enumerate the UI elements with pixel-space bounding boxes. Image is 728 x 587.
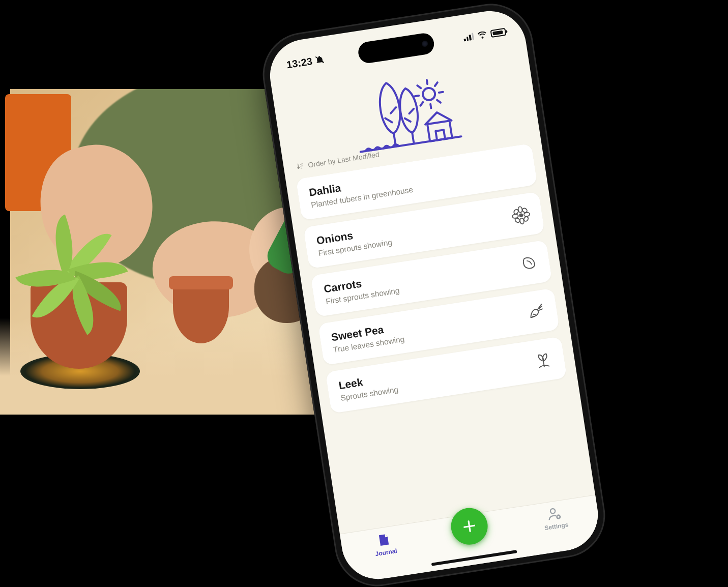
wifi-icon	[477, 31, 488, 40]
plus-icon	[460, 518, 478, 535]
journal-list[interactable]: DahliaPlanted tubers in greenhouseOnions…	[296, 143, 585, 533]
sprout-icon	[532, 349, 554, 371]
carrot-icon	[525, 301, 547, 322]
settings-tab-icon	[546, 506, 563, 522]
battery-icon	[490, 27, 506, 37]
svg-point-1	[519, 213, 523, 218]
journal-tab-icon	[376, 532, 392, 548]
tab-journal[interactable]: Journal	[353, 528, 417, 561]
svg-point-0	[422, 87, 435, 101]
flower-icon	[510, 204, 532, 226]
seed-icon	[517, 253, 539, 275]
status-time: 13:23	[285, 55, 313, 71]
tab-settings[interactable]: Settings	[523, 502, 588, 535]
tab-journal-label: Journal	[375, 547, 398, 557]
cellular-signal-icon	[463, 33, 474, 41]
silent-mode-icon	[314, 54, 325, 65]
sort-icon	[296, 162, 305, 171]
tab-settings-label: Settings	[544, 521, 569, 532]
phone-mockup: 13:23	[257, 0, 611, 587]
app-screen: 13:23	[265, 6, 603, 584]
svg-point-10	[550, 508, 556, 514]
